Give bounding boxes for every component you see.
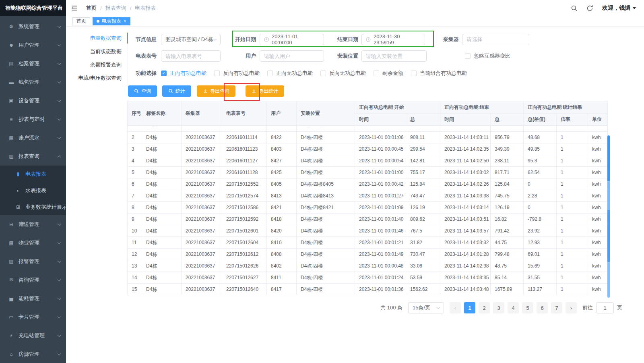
function-checkbox[interactable]: 反向有功总电能 — [214, 70, 260, 77]
next-page-button[interactable]: › — [566, 302, 577, 313]
function-checkbox[interactable]: 反向无功总电能 — [320, 70, 366, 77]
sidebar-item-house[interactable]: ⌂房源管理 — [0, 345, 66, 363]
sidebar-item-account-flow[interactable]: ▦账户流水 — [0, 129, 66, 147]
table-cell: 0 — [524, 202, 557, 214]
page-button-2[interactable]: 2 — [479, 302, 490, 313]
table-cell: 1 — [557, 225, 588, 237]
table-cell: D4栋-四楼 — [297, 143, 355, 155]
page-size-select[interactable]: 15条/页 — [408, 302, 444, 313]
node-select[interactable]: 图灵城市空间 / D4栋 — [161, 34, 221, 45]
column-header: 标签名称 — [142, 101, 182, 126]
table-cell: 2023-11-01 00:01:36 — [355, 284, 406, 295]
refresh-icon[interactable] — [586, 5, 593, 12]
user-input[interactable] — [260, 50, 324, 62]
page-button-6[interactable]: 6 — [537, 302, 548, 313]
table-row[interactable]: 11D4栋202210036372207150126048410D4栋-四楼20… — [128, 237, 608, 249]
tab-active[interactable]: 电表报表× — [93, 17, 130, 25]
page-button-4[interactable]: 4 — [508, 302, 519, 313]
sidebar-item-report-query[interactable]: ▥报表查询 — [0, 147, 66, 166]
sidebar-subitem-business-stats[interactable]: ⊞业务数据统计展示 — [0, 199, 66, 215]
sidebar-item-card[interactable]: ▭卡片管理 — [0, 308, 66, 326]
stats-button[interactable]: 统计 — [162, 85, 191, 97]
table-cell: 85.14 — [491, 272, 524, 284]
table-cell: 2.28 — [524, 190, 557, 202]
end-date-label: 结束日期 — [337, 36, 358, 43]
table-row[interactable]: 9D4栋202210036372207150125928418D4栋-四楼202… — [128, 214, 608, 225]
inner-menu-item[interactable]: 电量数据查询 — [72, 31, 128, 45]
goto-page-input[interactable] — [596, 302, 614, 313]
collector-select[interactable]: 请选择 — [462, 34, 529, 45]
export-stats-button[interactable]: 导出统计 — [246, 85, 284, 97]
table-cell: 2023-11-01 00:00:57 — [355, 126, 406, 132]
inner-menu-item[interactable]: 当前状态数据 — [72, 45, 128, 58]
inner-menu-item[interactable]: 余额报警查询 — [72, 58, 128, 71]
page-button-5[interactable]: 5 — [522, 302, 533, 313]
function-checkbox[interactable]: 正向无功总电能 — [267, 70, 313, 77]
sidebar-subitem-label: 业务数据统计展示 — [25, 203, 66, 211]
function-checkbox[interactable]: 剩余金额 — [374, 70, 403, 77]
start-date-input[interactable]: 2023-11-01 00:00:00 — [260, 34, 324, 45]
table-cell: kwh — [588, 167, 608, 178]
sidebar-item-consult[interactable]: ✉咨询管理 — [0, 271, 66, 289]
table-row[interactable]: 2D4栋202210036372206160111148422D4栋-四楼202… — [128, 132, 608, 143]
function-checkbox[interactable]: ✓正向有功总电能 — [161, 70, 206, 77]
table-cell: 2023-11-01 00:01:24 — [355, 272, 406, 284]
table-cell: 2023-11-14 14:03:14 — [440, 202, 491, 214]
table-cell: 2023-11-01 00:01:00 — [355, 167, 406, 178]
tab-inactive[interactable]: 首页 — [72, 17, 90, 25]
sidebar-item-wallet[interactable]: ▬钱包管理 — [0, 73, 66, 91]
sidebar-item-charging-station[interactable]: ⚡充电站管理 — [0, 326, 66, 345]
sidebar-item-meter-timer[interactable]: ≡抄表与定时 — [0, 110, 66, 129]
table-row[interactable]: 5D4栋202210036372206160111288425D4栋-四楼202… — [128, 167, 608, 178]
function-checkbox[interactable]: 当前组合有功总电能 — [411, 70, 467, 77]
table-row[interactable]: 12D4栋202210036372207150126128408D4栋-四楼20… — [128, 249, 608, 260]
sidebar-item-archive[interactable]: ▤档案管理 — [0, 54, 66, 73]
table-row[interactable]: 8D4栋202210036372207150125868421D4栋-四楼842… — [128, 202, 608, 214]
sidebar-item-device[interactable]: ▣设备管理 — [0, 91, 66, 110]
location-input[interactable] — [361, 50, 427, 62]
prev-page-button[interactable]: ‹ — [450, 302, 461, 313]
table-vertical-scrollbar[interactable] — [607, 135, 610, 298]
meter-no-input[interactable] — [161, 50, 221, 62]
export-query-button[interactable]: 导出查询 — [197, 85, 235, 97]
user-menu[interactable]: 欢迎，钱韬 — [602, 4, 636, 12]
table-cell: 20221003637 — [182, 214, 222, 225]
sidebar-item-gift[interactable]: ⊟赠送管理 — [0, 215, 66, 234]
ignore-ct-checkbox[interactable]: 忽略互感器变比 — [465, 52, 510, 60]
table-row[interactable]: 1D4栋202210036372206160111078426D4栋-四楼202… — [128, 126, 608, 132]
sidebar-item-user[interactable]: ☻用户管理 — [0, 36, 66, 54]
topbar: 首页/报表查询/电表报表 欢迎，钱韬 — [66, 0, 644, 16]
sidebar-item-label: 报警管理 — [19, 258, 58, 265]
consult-icon: ✉ — [8, 277, 14, 283]
table-row[interactable]: 10D4栋202210036372207150126018420D4栋-四楼20… — [128, 225, 608, 237]
breadcrumb-item[interactable]: 报表查询 — [105, 4, 126, 12]
page-button-1[interactable]: 1 — [464, 302, 475, 313]
sidebar-subitem-water-meter-report[interactable]: ◐水表报表 — [0, 182, 66, 199]
inner-menu-item[interactable]: 电流/电压数据查询 — [72, 71, 128, 85]
function-checkbox-label: 反向有功总电能 — [223, 70, 260, 77]
close-icon[interactable]: × — [124, 19, 126, 24]
page-button-7[interactable]: 7 — [551, 302, 562, 313]
sidebar-subitem-electric-meter-report[interactable]: ▮电表报表 — [0, 166, 66, 182]
search-icon[interactable] — [571, 5, 578, 12]
table-row[interactable]: 3D4栋202210036372206160111238403D4栋-四楼202… — [128, 143, 608, 155]
collapse-sidebar-icon[interactable] — [71, 4, 78, 12]
table-row[interactable]: 13D4栋202210036372207150126268402D4栋-四楼20… — [128, 260, 608, 272]
table-row[interactable]: 6D4栋202210036372207150125528405D4栋-四楼840… — [128, 178, 608, 190]
table-cell: 4 — [128, 155, 142, 167]
table-row[interactable]: 4D4栋202210036372206160111278427D4栋-四楼202… — [128, 155, 608, 167]
end-date-input[interactable]: 2023-11-30 23:59:59 — [361, 34, 425, 45]
page-button-3[interactable]: 3 — [493, 302, 504, 313]
sidebar-item-alarm[interactable]: ▨报警管理 — [0, 252, 66, 271]
breadcrumb-item[interactable]: 电表报表 — [135, 4, 156, 12]
table-row[interactable]: 14D4栋202210036372207150126278411D4栋-四楼20… — [128, 272, 608, 284]
sidebar-item-gear[interactable]: ⚙系统管理 — [0, 17, 66, 36]
table-cell: 1 — [557, 190, 588, 202]
table-row[interactable]: 7D4栋202210036372207150125748413D4栋-四楼841… — [128, 190, 608, 202]
sidebar-item-energy[interactable]: ▅能耗管理 — [0, 289, 66, 308]
table-row[interactable]: 15D4栋202210036372207150126408417D4栋-四楼20… — [128, 284, 608, 295]
checkbox-icon — [411, 71, 417, 76]
sidebar-item-property[interactable]: ▤物业管理 — [0, 234, 66, 252]
query-button[interactable]: 查询 — [128, 85, 157, 97]
breadcrumb-item[interactable]: 首页 — [86, 4, 97, 12]
